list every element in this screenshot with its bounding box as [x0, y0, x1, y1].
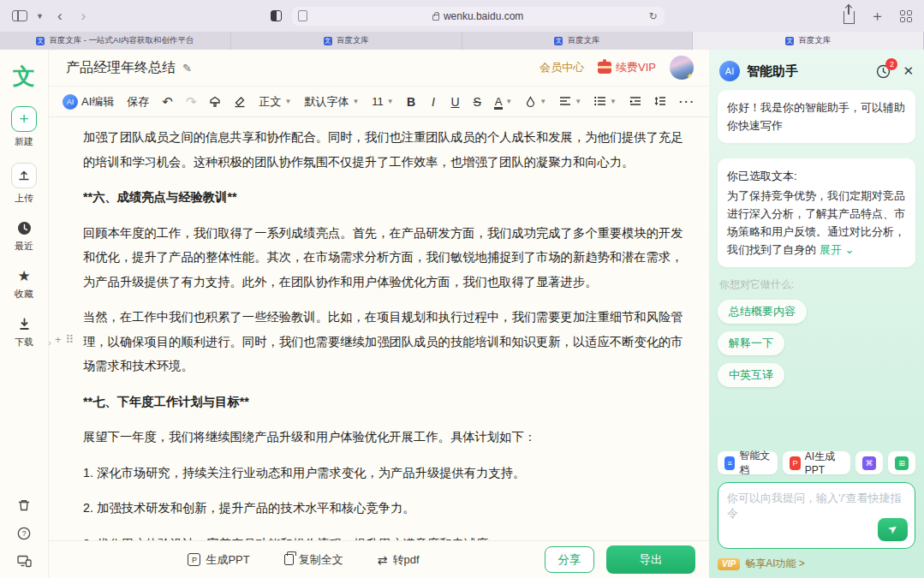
font-size-dropdown[interactable]: 11▼ [372, 95, 393, 108]
paragraph[interactable]: 回顾本年度的工作，我们取得了一系列成绩亮点。首先，在产品研发方面，我们成功完成了… [83, 221, 688, 295]
browser-tab[interactable]: 文 百度文库 - 一站式AI内容获取和创作平台 [0, 32, 231, 50]
sidebar-item-upload[interactable]: 上传 [11, 163, 37, 205]
italic-button[interactable]: I [428, 95, 438, 109]
tab-label: 百度文库 [567, 35, 599, 46]
highlight-color-dropdown[interactable]: ▼ [525, 96, 546, 107]
share-button[interactable]: 分享 [545, 546, 594, 573]
tab-label: 百度文库 [337, 35, 369, 46]
send-button[interactable]: ➤ [878, 518, 908, 541]
tab-strip: 文 百度文库 - 一站式AI内容获取和创作平台 文 百度文库 文 百度文库 文 … [0, 32, 924, 50]
format-painter-icon[interactable] [209, 96, 221, 108]
page-settings-icon[interactable] [298, 10, 307, 21]
paragraph[interactable]: 2. 加强技术研发和创新，提升产品的技术水平和核心竞争力。 [83, 496, 688, 521]
font-color-dropdown[interactable]: A▼ [495, 95, 513, 108]
tab-favicon: 文 [36, 37, 45, 45]
browser-tab[interactable]: 文 百度文库 [231, 32, 462, 50]
paragraph[interactable]: **六、成绩亮点与经验教训** [83, 185, 688, 210]
send-icon: ➤ [885, 521, 901, 537]
drag-handle-icon[interactable]: ⠿ [66, 333, 75, 346]
paragraph-style-dropdown[interactable]: 正文▼ [259, 94, 291, 110]
ai-icon: AI [63, 94, 78, 110]
history-icon[interactable]: 2 [876, 64, 891, 79]
sidebar-item-new[interactable]: + 新建 [11, 106, 37, 148]
paragraph[interactable]: 1. 深化市场研究，持续关注行业动态和用户需求变化，为产品升级提供有力支持。 [83, 461, 688, 486]
insert-block-icon[interactable]: + [55, 333, 62, 346]
tab-label: 百度文库 - 一站式AI内容获取和创作平台 [49, 35, 194, 46]
browser-tab[interactable]: 文 百度文库 [462, 32, 694, 50]
devices-icon[interactable] [17, 555, 32, 568]
copy-all-button[interactable]: 复制全文 [284, 552, 343, 568]
tab-favicon: 文 [324, 37, 332, 45]
star-icon: ★ [15, 267, 33, 284]
address-bar[interactable]: wenku.baidu.com ↻ [292, 7, 665, 26]
sidebar-item-download[interactable]: 下载 [15, 315, 33, 349]
strikethrough-button[interactable]: S [473, 95, 482, 109]
paragraph[interactable]: 3. 优化用户体验设计，完善产品功能和操作流程，提升用户满意度和忠诚度。 [83, 532, 688, 541]
browser-toolbar: ▼ ‹ › wenku.baidu.com ↻ ＋ [0, 0, 924, 32]
doc-header: 产品经理年终总结 ✎ 会员中心 续费VIP [49, 50, 709, 86]
export-button[interactable]: 导出 [606, 545, 695, 574]
convert-icon: ⇄ [378, 553, 388, 567]
lock-icon [432, 15, 439, 21]
vip-badge: VIP [718, 558, 740, 570]
selected-text: 为了保持竞争优势，我们定期对竞品进行深入分析，了解其产品特点、市场策略和用户反馈… [727, 189, 905, 256]
quick-action-chip[interactable]: 解释一下 [718, 331, 784, 355]
new-tab-icon[interactable]: ＋ [870, 9, 885, 23]
list-dropdown[interactable]: ▼ [594, 97, 617, 106]
quick-action-chip[interactable]: 中英互译 [718, 363, 784, 387]
tab-mindmap[interactable]: ⌘ [855, 451, 883, 474]
underline-button[interactable]: U [450, 95, 460, 109]
ai-edit-button[interactable]: AI AI编辑 [63, 94, 114, 110]
align-dropdown[interactable]: ▼ [559, 97, 581, 106]
assistant-input-box[interactable]: ➤ [718, 482, 915, 549]
font-family-dropdown[interactable]: 默认字体▼ [304, 94, 359, 110]
convert-pdf-button[interactable]: ⇄ 转pdf [378, 552, 420, 568]
tab-ai-ppt[interactable]: P AI生成PPT [783, 451, 850, 474]
bold-button[interactable]: B [407, 95, 416, 109]
reload-icon[interactable]: ↻ [649, 10, 658, 22]
member-center-link[interactable]: 会员中心 [539, 60, 584, 75]
paragraph[interactable]: 加强了团队成员之间的信息共享和协作配合。同时，我们也注重团队成员的个人成长和发展… [83, 125, 688, 174]
copy-icon [284, 554, 294, 565]
tab-sheet[interactable]: ⊞ [888, 451, 915, 474]
vip-promo[interactable]: VIP 畅享AI功能 > [718, 557, 915, 571]
sheet-icon: ⊞ [895, 456, 909, 470]
forward-button[interactable]: › [76, 9, 92, 23]
document-canvas[interactable]: + ⠿ 加强了团队成员之间的信息共享和协作配合。同时，我们也注重团队成员的个人成… [49, 117, 709, 540]
tab-favicon: 文 [554, 37, 563, 45]
upload-icon [11, 163, 37, 188]
tab-overview-icon[interactable] [900, 10, 912, 22]
back-button[interactable]: ‹ [52, 9, 68, 23]
block-handle[interactable]: + ⠿ [55, 333, 74, 346]
undo-icon[interactable]: ↶ [162, 94, 173, 110]
save-button[interactable]: 保存 [127, 94, 149, 110]
chevron-down-icon[interactable]: ▼ [36, 12, 44, 21]
sidebar-item-recent[interactable]: 最近 [15, 219, 33, 253]
selected-text-label: 你已选取文本: [727, 167, 906, 185]
paragraph[interactable]: 展望下一年度，我们将继续围绕产品升级和用户体验优化开展工作。具体计划如下： [83, 425, 688, 450]
paragraph[interactable]: **七、下年度工作计划与目标** [83, 390, 688, 414]
indent-icon[interactable] [629, 97, 641, 106]
tab-smart-doc[interactable]: ≡ 智能文档 [718, 451, 778, 474]
close-icon[interactable]: ✕ [903, 63, 914, 79]
sidebar-toggle-icon[interactable] [12, 10, 27, 21]
extension-icon[interactable] [271, 10, 282, 21]
browser-tab[interactable]: 文 百度文库 [693, 32, 924, 50]
paragraph[interactable]: 当然，在工作中我们也积累了一些经验教训。比如，在项目规划和执行过程中，我们需要更… [83, 305, 688, 378]
share-icon[interactable] [844, 11, 855, 24]
generate-ppt-button[interactable]: P 生成PPT [188, 552, 249, 568]
wenku-logo[interactable]: 文 [13, 62, 35, 92]
expand-link[interactable]: 展开 ⌄ [820, 243, 855, 256]
help-icon[interactable]: ? [17, 527, 31, 540]
renew-vip-button[interactable]: 续费VIP [598, 60, 656, 75]
more-tools-icon[interactable]: ··· [679, 95, 695, 108]
gift-icon [598, 62, 611, 74]
line-spacing-icon[interactable] [654, 97, 666, 106]
redo-icon[interactable]: ↷ [186, 94, 197, 110]
quick-action-chip[interactable]: 总结概要内容 [718, 300, 807, 324]
rename-icon[interactable]: ✎ [182, 62, 192, 74]
avatar[interactable] [670, 56, 694, 80]
sidebar-item-favorites[interactable]: ★ 收藏 [15, 267, 33, 301]
clear-format-icon[interactable] [234, 96, 246, 108]
trash-icon[interactable] [17, 498, 31, 512]
